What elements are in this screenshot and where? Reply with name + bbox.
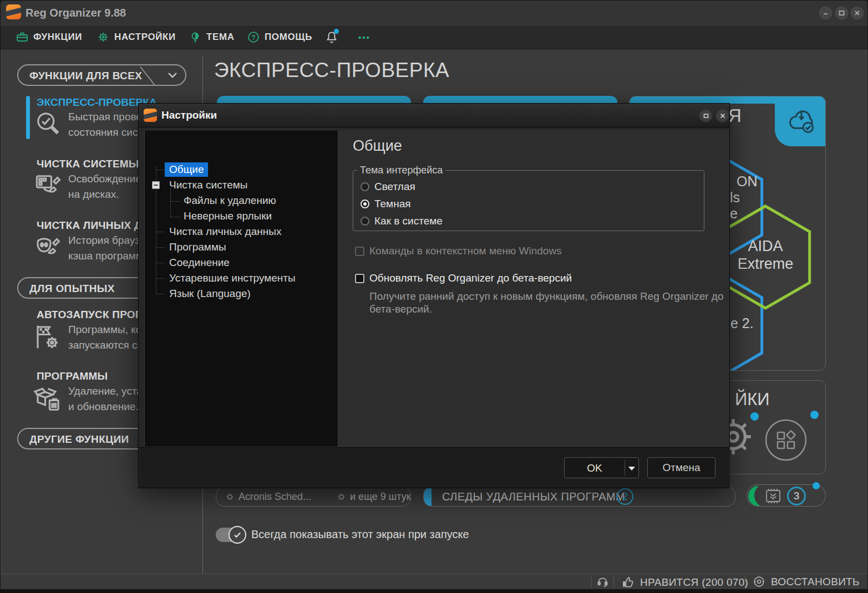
- tree-item-legacy-tools[interactable]: Устаревшие инструменты: [169, 272, 296, 284]
- autostart-entry[interactable]: Acronis Sched...: [225, 491, 311, 503]
- restore-label: ВОССТАНОВИТЬ: [771, 576, 860, 588]
- window-bottom-strip: [1, 589, 868, 593]
- cancel-button[interactable]: Отмена: [647, 457, 715, 478]
- close-button[interactable]: [850, 6, 865, 21]
- mask-brush-icon: [34, 233, 63, 262]
- dialog-minimize-button[interactable]: [699, 109, 713, 122]
- restore-button[interactable]: ВОССТАНОВИТЬ: [753, 575, 860, 588]
- cancel-button-label: Отмена: [662, 462, 700, 474]
- tree-expander-minus[interactable]: [152, 181, 160, 189]
- radio-icon: [361, 217, 369, 226]
- ok-split-button[interactable]: OK: [564, 457, 639, 478]
- badge-dot: [810, 411, 819, 419]
- support-headset-icon[interactable]: [596, 575, 609, 588]
- like-button[interactable]: НРАВИТСЯ (200 070): [621, 575, 748, 589]
- menu-more-button[interactable]: •••: [358, 33, 370, 42]
- tree-item-system-clean[interactable]: Чистка системы: [169, 179, 247, 191]
- autostart-more-label: и еще 9 штук: [350, 491, 410, 503]
- titlebar: Reg Organizer 9.88: [1, 1, 868, 25]
- apps-circle-icon[interactable]: [764, 418, 808, 462]
- settings-dialog: Настройки Общие: [138, 103, 730, 488]
- sidebar-item-desc-line2: запускаются са: [68, 339, 143, 351]
- radio-label: Как в системе: [374, 215, 443, 227]
- gear-small-icon: [225, 492, 235, 502]
- notification-dot: [334, 29, 339, 34]
- gear-small-icon: [337, 492, 346, 502]
- traces-panel[interactable]: СЛЕДЫ УДАЛЕННЫХ ПРОГРАММ 2: [423, 487, 735, 507]
- search-check-icon: [35, 110, 63, 138]
- autostart-more-entry[interactable]: и еще 9 штук: [337, 491, 410, 503]
- chip-icon: [764, 487, 783, 505]
- checkbox-label: Обновлять Reg Organizer до бета-версий: [369, 272, 572, 284]
- ok-button-label[interactable]: OK: [565, 462, 625, 474]
- sidebar-item-title: ЧИСТКА СИСТЕМЫ: [37, 158, 139, 170]
- briefcase-icon: [16, 30, 29, 44]
- tree-connector: [156, 294, 165, 294]
- menu-functions-label: ФУНКЦИИ: [33, 32, 82, 43]
- minimize-button[interactable]: [818, 6, 833, 21]
- notifications-button[interactable]: [324, 30, 340, 45]
- tree-item-privacy-clean[interactable]: Чистка личных данных: [169, 226, 281, 238]
- radio-light[interactable]: Светлая: [361, 181, 415, 193]
- active-indicator-bar: [26, 96, 30, 139]
- monitor-brush-icon: [34, 171, 63, 200]
- maximize-button[interactable]: [834, 6, 849, 21]
- tree-connector: [156, 263, 165, 263]
- app-logo-icon: [6, 4, 21, 19]
- chevron-down-icon: [167, 71, 178, 79]
- tree-connector: [170, 217, 180, 217]
- sidebar-item-title: АВТОЗАПУСК ПРОГР: [37, 309, 149, 321]
- tree-item-connection[interactable]: Соединение: [169, 257, 230, 269]
- menu-settings[interactable]: НАСТРОЙКИ: [97, 30, 176, 44]
- menu-functions[interactable]: ФУНКЦИИ: [16, 30, 82, 44]
- sidebar-group-other-label: ДРУГИЕ ФУНКЦИИ: [29, 433, 129, 446]
- checkbox-icon-disabled: [355, 247, 364, 256]
- autostart-summary-panel[interactable]: Acronis Sched... и еще 9 штук: [216, 487, 411, 507]
- page-title: ЭКСПРЕСС-ПРОВЕРКА: [214, 59, 449, 82]
- check-icon: [233, 530, 242, 539]
- tree-item-programs[interactable]: Программы: [169, 241, 226, 253]
- sidebar-item-desc-line1: Освобождение: [68, 173, 141, 185]
- svg-text:?: ?: [251, 34, 255, 42]
- sidebar-item-desc-line2: на дисках.: [68, 188, 119, 201]
- dialog-tree-panel: Общие Чистка системы Файлы к удалению Не…: [144, 130, 338, 447]
- menu-theme[interactable]: ТЕМА: [189, 30, 235, 44]
- hex-aida-label2: Extreme: [721, 255, 810, 273]
- checkbox-icon: [355, 274, 364, 283]
- sidebar-item-desc-line2: кэша программ: [68, 250, 143, 262]
- restore-icon: [753, 575, 765, 588]
- app-window: Reg Organizer 9.88 ФУНКЦИИ НАСТРОЙКИ: [0, 0, 868, 593]
- toggle-knob[interactable]: [229, 526, 246, 544]
- checkbox-context-menu: Команды в контекстном меню Windows: [355, 245, 562, 257]
- menu-theme-label: ТЕМА: [206, 32, 235, 43]
- ok-dropdown-arrow[interactable]: [628, 467, 635, 471]
- pill-slash: [140, 67, 155, 85]
- dialog-close-button[interactable]: [715, 109, 729, 122]
- gear-icon: [97, 30, 110, 44]
- hex-text-fragment: ON: [737, 173, 758, 190]
- dialog-footer: OK Отмена: [139, 447, 730, 488]
- hex-text-fragment: e: [730, 206, 738, 222]
- dialog-titlebar[interactable]: Настройки: [139, 104, 729, 127]
- statusbar-separator: [745, 576, 745, 587]
- tree-connector: [170, 188, 171, 217]
- tree-item-language[interactable]: Язык (Language): [169, 288, 251, 300]
- menu-settings-label: НАСТРОЙКИ: [114, 32, 176, 43]
- tree-item-invalid-shortcuts[interactable]: Неверные ярлыки: [184, 210, 272, 222]
- checkbox-beta-updates[interactable]: Обновлять Reg Organizer до бета-версий: [355, 272, 572, 284]
- dialog-logo-icon: [144, 109, 157, 122]
- help-icon: ?: [247, 30, 260, 44]
- tree-item-general[interactable]: Общие: [165, 162, 208, 177]
- traces-count-badge: 2: [617, 488, 633, 505]
- tree-item-files-to-delete[interactable]: Файлы к удалению: [184, 195, 276, 207]
- radio-dark[interactable]: Темная: [361, 198, 411, 210]
- menu-help[interactable]: ? ПОМОЩЬ: [247, 30, 312, 44]
- lightbulb-icon: [189, 30, 202, 44]
- tree-connector: [170, 201, 180, 202]
- sidebar-group-all-button[interactable]: ФУНКЦИИ ДЛЯ ВСЕХ: [17, 64, 186, 86]
- flag-gear-icon: [33, 322, 63, 352]
- radio-system[interactable]: Как в системе: [361, 215, 443, 227]
- sidebar-group-advanced-label: ДЛЯ ОПЫТНЫХ: [29, 283, 115, 295]
- theme-groupbox-label: Тема интерфейса: [357, 165, 445, 176]
- badge-dot: [750, 412, 759, 421]
